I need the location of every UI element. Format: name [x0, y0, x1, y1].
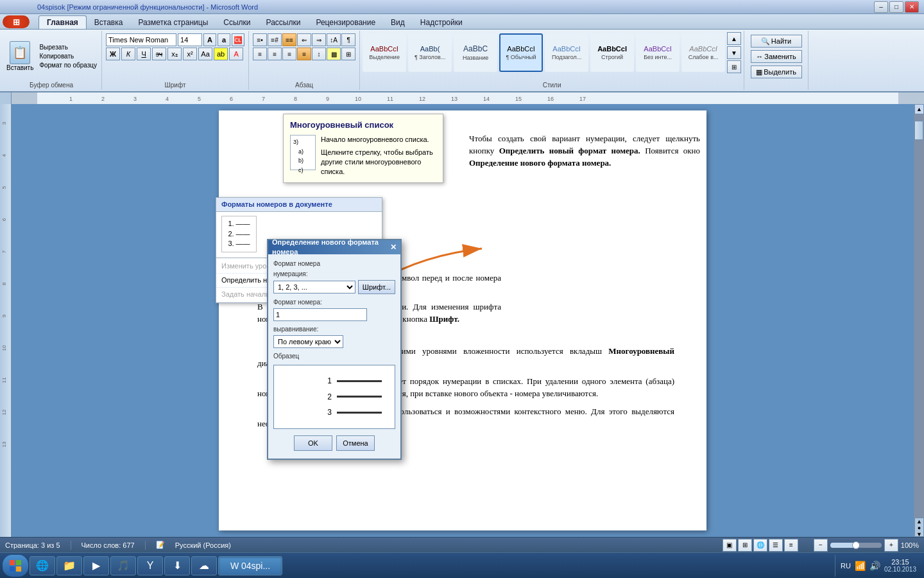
align-left-button[interactable]: ≡: [253, 48, 267, 60]
align-select[interactable]: По левому краю: [273, 335, 343, 348]
subscript-button[interactable]: x₂: [167, 48, 182, 60]
dialog-close-button[interactable]: ✕: [390, 242, 397, 253]
office-button[interactable]: ⊞: [3, 15, 30, 28]
clear-format-button[interactable]: 🆑: [232, 33, 244, 46]
font-name-input[interactable]: [106, 33, 176, 46]
vertical-scrollbar[interactable]: ▲ ▲ ● ▼: [914, 104, 924, 537]
numbering-button[interactable]: ≡#: [268, 33, 282, 46]
format-number-dialog[interactable]: Определение нового формата номера ✕ Форм…: [267, 239, 402, 460]
replace-button[interactable]: ↔ Заменить: [751, 50, 802, 63]
minimize-button[interactable]: –: [874, 1, 888, 13]
start-button[interactable]: [3, 555, 28, 577]
line-spacing-button[interactable]: ↕: [312, 48, 326, 60]
justify-button[interactable]: ≡: [297, 48, 311, 60]
outline-button[interactable]: ☰: [769, 539, 783, 552]
cut-button[interactable]: Вырезать: [37, 43, 99, 51]
font-color-button[interactable]: A: [229, 48, 243, 60]
tab-page-layout[interactable]: Разметка страницы: [130, 16, 216, 29]
bullets-button[interactable]: ≡•: [253, 33, 267, 46]
decrease-indent-button[interactable]: ⇐: [297, 33, 311, 46]
taskbar-pinned-4[interactable]: ☁: [191, 556, 217, 575]
find-button[interactable]: 🔍 Найти: [751, 35, 802, 48]
style-title[interactable]: AaBbC Название: [454, 33, 497, 72]
taskbar-pinned-2[interactable]: Y: [137, 556, 163, 575]
tab-mailings[interactable]: Рассылки: [259, 16, 309, 29]
styles-scroll-down[interactable]: ▼: [727, 46, 741, 59]
taskbar-explorer-icon[interactable]: 📁: [56, 556, 82, 575]
format-painter-button[interactable]: Формат по образцу: [37, 61, 99, 69]
taskbar-pinned-1[interactable]: 🎵: [110, 556, 136, 575]
close-button[interactable]: ✕: [905, 1, 919, 13]
font-shrink-button[interactable]: a: [218, 33, 230, 46]
tab-review[interactable]: Рецензирование: [308, 16, 383, 29]
prev-page-button[interactable]: ▲: [916, 518, 922, 525]
shading-button[interactable]: ▩: [327, 48, 341, 60]
bold-button[interactable]: Ж: [106, 48, 120, 60]
tab-references[interactable]: Ссылки: [216, 16, 258, 29]
tab-addins[interactable]: Надстройки: [413, 16, 470, 29]
paste-button[interactable]: 📋 Вставить: [4, 40, 36, 73]
borders-button[interactable]: ⊞: [341, 48, 355, 60]
change-case-button[interactable]: Аа: [198, 48, 212, 60]
full-screen-button[interactable]: ⊞: [738, 539, 752, 552]
web-layout-button[interactable]: 🌐: [753, 539, 767, 552]
show-formatting-button[interactable]: ¶: [341, 33, 355, 46]
superscript-button[interactable]: x²: [183, 48, 197, 60]
numeration-select[interactable]: 1, 2, 3, ...: [273, 281, 355, 293]
taskbar-pinned-3[interactable]: ⬇: [164, 556, 190, 575]
taskbar-ie-icon[interactable]: 🌐: [30, 556, 55, 575]
next-page-button[interactable]: ▼: [916, 531, 922, 538]
maximize-button[interactable]: □: [889, 1, 903, 13]
format-input[interactable]: [273, 308, 367, 321]
sort-button[interactable]: ↕A: [327, 33, 341, 46]
zoom-in-button[interactable]: +: [884, 539, 898, 552]
align-center-button[interactable]: ≡: [268, 48, 282, 60]
font-grow-button[interactable]: A: [203, 33, 216, 46]
ok-button[interactable]: OK: [294, 435, 332, 451]
styles-scroll-up[interactable]: ▲: [727, 32, 741, 45]
style-subtitle[interactable]: AaBbCcI Подзагол...: [545, 33, 588, 72]
sample-label: Образец: [273, 352, 395, 361]
taskbar-media-icon[interactable]: ▶: [83, 556, 109, 575]
text-highlight-button[interactable]: ab: [214, 48, 228, 60]
print-layout-button[interactable]: ▣: [723, 539, 737, 552]
font-size-input[interactable]: [178, 33, 202, 46]
style-selection[interactable]: AaBbCcI Выделение: [363, 33, 406, 72]
style-no-spacing[interactable]: AaBbCcI Без инте...: [636, 33, 680, 72]
style-strong[interactable]: AaBbCcI Строгий: [590, 33, 634, 72]
clipboard-content: 📋 Вставить Вырезать Копировать Формат по…: [4, 32, 99, 80]
scroll-thumb[interactable]: [914, 121, 923, 140]
align-right-button[interactable]: ≡: [282, 48, 296, 60]
font-dialog-button[interactable]: Шрифт...: [358, 280, 395, 294]
style-normal[interactable]: AaBbCcI ¶ Обычный: [499, 33, 543, 72]
increase-indent-button[interactable]: ⇒: [312, 33, 326, 46]
draft-button[interactable]: ≡: [784, 539, 798, 552]
taskbar-word-button[interactable]: W 04spi...: [218, 556, 282, 575]
document-area[interactable]: Многоуровневый список 3) a) b) c) Начало…: [12, 104, 914, 537]
zoom-thumb[interactable]: [852, 541, 860, 549]
tab-view[interactable]: Вид: [383, 16, 413, 29]
scroll-up-button[interactable]: ▲: [914, 104, 924, 114]
style-heading[interactable]: AaBb( ¶ Заголов...: [408, 33, 452, 72]
tab-insert[interactable]: Вставка: [87, 16, 131, 29]
select-button[interactable]: ▦ Выделить: [751, 66, 802, 78]
copy-button[interactable]: Копировать: [37, 52, 99, 60]
tray-language[interactable]: RU: [841, 562, 851, 570]
network-icon[interactable]: 📶: [855, 561, 866, 571]
multilevel-list-button[interactable]: ≡≡: [282, 33, 296, 46]
separator-2: [145, 541, 146, 550]
strikethrough-button[interactable]: зч: [152, 48, 166, 60]
style-subtle[interactable]: AaBbCcI Слабое в...: [681, 33, 725, 72]
clock-display[interactable]: 23:15 02.10.2013: [884, 558, 916, 573]
cancel-button[interactable]: Отмена: [336, 435, 375, 451]
select-browse-button[interactable]: ●: [918, 525, 921, 531]
volume-icon[interactable]: 🔊: [869, 561, 880, 571]
styles-more[interactable]: ⊞: [727, 60, 741, 73]
underline-button[interactable]: Ч: [137, 48, 151, 60]
scroll-track[interactable]: [914, 114, 924, 518]
zoom-slider[interactable]: [830, 543, 882, 548]
tab-home[interactable]: Главная: [38, 15, 87, 29]
zoom-out-button[interactable]: −: [814, 539, 828, 552]
num-format-preview[interactable]: 1. —— 2. —— 3. ——: [221, 216, 257, 252]
italic-button[interactable]: К: [121, 48, 135, 60]
